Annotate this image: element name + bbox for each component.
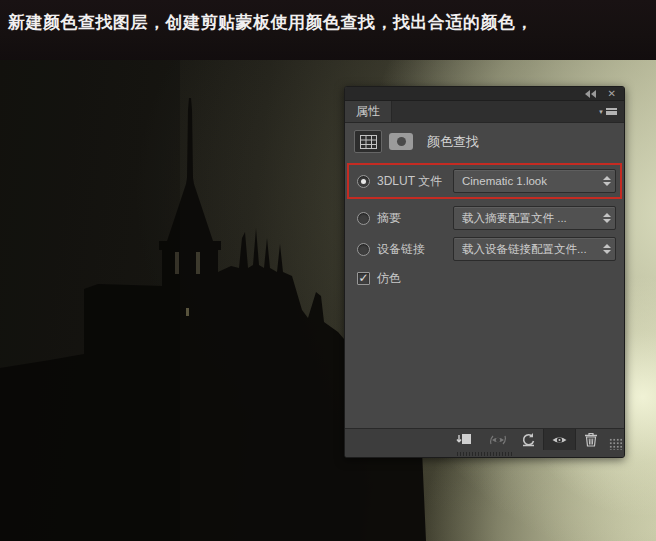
device-link-row: 设备链接 载入设备链接配置文件...	[357, 236, 616, 262]
clip-to-layer-button[interactable]	[449, 429, 479, 450]
panel-toolbar	[345, 428, 624, 450]
tab-properties-label: 属性	[356, 103, 380, 120]
spinner-icon	[599, 176, 611, 186]
panel-title: 颜色查找	[427, 133, 479, 151]
tab-properties[interactable]: 属性	[345, 101, 392, 122]
close-icon[interactable]: ✕	[608, 89, 616, 99]
menu-bars-icon	[606, 108, 617, 115]
panel-header-row: 颜色查找	[345, 128, 624, 162]
menu-arrow-icon: ▼	[598, 109, 604, 115]
tutorial-caption-bar: 新建颜色查找图层，创建剪贴蒙板使用颜色查找，找出合适的颜色，	[0, 0, 656, 60]
dither-checkbox-label: 仿色	[377, 270, 401, 287]
3dlut-file-select[interactable]: Cinematic 1.look	[453, 169, 616, 193]
delete-button[interactable]	[576, 429, 606, 450]
radio-abstract-label: 摘要	[377, 210, 453, 227]
dither-checkbox[interactable]: ✓	[357, 272, 370, 285]
trash-icon	[584, 432, 598, 447]
collapse-to-icons-icon[interactable]	[585, 90, 596, 98]
radio-device-link[interactable]	[357, 243, 370, 256]
tutorial-caption: 新建颜色查找图层，创建剪贴蒙板使用颜色查找，找出合适的颜色，	[8, 10, 533, 36]
panel-empty-area	[345, 290, 624, 428]
dither-row: ✓ 仿色	[357, 268, 616, 288]
radio-3dlut-file[interactable]	[357, 175, 370, 188]
spinner-icon	[599, 213, 611, 223]
panel-menu-icon[interactable]: ▼	[598, 101, 624, 122]
radio-abstract[interactable]	[357, 212, 370, 225]
device-link-profile-select-value: 载入设备链接配置文件...	[462, 242, 599, 257]
abstract-profile-select[interactable]: 载入摘要配置文件 ...	[453, 206, 616, 230]
tabbar-spacer	[392, 101, 598, 122]
device-link-profile-select[interactable]: 载入设备链接配置文件...	[453, 237, 616, 261]
panel-tabbar: 属性 ▼	[345, 101, 624, 123]
lut-grid-button[interactable]	[354, 130, 382, 153]
toggle-previous-state-button[interactable]	[483, 429, 513, 450]
spinner-icon	[599, 244, 611, 254]
screenshot-stage: 新建颜色查找图层，创建剪贴蒙板使用颜色查找，找出合适的颜色， ✕ 属性 ▼	[0, 0, 656, 541]
layer-mask-icon[interactable]	[389, 133, 413, 150]
reset-icon	[521, 432, 536, 447]
panel-content: 颜色查找 3DLUT 文件 Cinematic 1.look 摘要 载入摘要配置…	[345, 123, 624, 428]
3dlut-file-select-value: Cinematic 1.look	[462, 175, 599, 187]
properties-panel: ✕ 属性 ▼	[344, 86, 625, 458]
lut-grid-icon	[360, 135, 377, 149]
clip-to-layer-icon	[456, 433, 472, 447]
abstract-row: 摘要 载入摘要配置文件 ...	[357, 205, 616, 231]
resize-handle[interactable]	[457, 452, 513, 456]
panel-bottom-strip	[345, 450, 624, 457]
toggle-visibility-button[interactable]	[543, 429, 576, 450]
eye-icon	[551, 434, 568, 446]
reset-button[interactable]	[513, 429, 543, 450]
resize-corner-grip[interactable]	[609, 438, 622, 450]
panel-titlebar: ✕	[345, 87, 624, 101]
radio-3dlut-file-label: 3DLUT 文件	[377, 173, 453, 190]
radio-device-link-label: 设备链接	[377, 241, 453, 258]
eye-arrows-icon	[489, 433, 507, 447]
highlight-annotation: 3DLUT 文件 Cinematic 1.look	[347, 163, 622, 199]
abstract-profile-select-value: 载入摘要配置文件 ...	[462, 211, 599, 226]
